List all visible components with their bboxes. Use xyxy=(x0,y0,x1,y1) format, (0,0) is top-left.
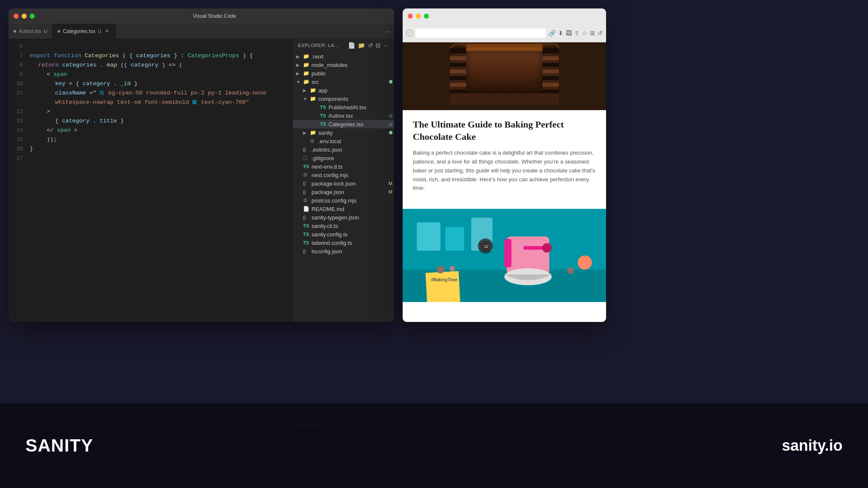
tree-label-package: package.json xyxy=(312,189,389,195)
tab-close-button[interactable]: ✕ xyxy=(104,28,111,35)
tab-categories[interactable]: Categories.tsx U ✕ xyxy=(53,24,116,39)
svg-point-22 xyxy=(578,255,592,269)
browser-titlebar xyxy=(403,8,606,24)
tree-item-nextconfig[interactable]: ▶ ⚙ next.config.mjs xyxy=(293,171,394,179)
svg-text:#BakingTime: #BakingTime xyxy=(431,278,458,283)
refresh-icon[interactable]: ↺ xyxy=(598,30,603,36)
tree-item-tsconfig[interactable]: ▶ {} tsconfig.json xyxy=(293,247,394,255)
svg-rect-23 xyxy=(583,255,586,257)
tree-item-postcss[interactable]: ▶ ⚙ postcss.config.mjs xyxy=(293,196,394,205)
tree-item-sanitycli[interactable]: ▶ TS sanity.cli.ts xyxy=(293,222,394,230)
packagelock-badge-m: M xyxy=(389,181,392,186)
code-line-13: 13 { category . title } xyxy=(8,116,292,126)
browser-window: i http://localhost:3000/posts/the-ultima… xyxy=(403,8,606,322)
file-icon-nextconfig: ⚙ xyxy=(303,172,310,178)
file-icon-eslint: {} xyxy=(303,146,310,153)
new-file-icon[interactable]: 📄 xyxy=(348,42,356,49)
svg-rect-24 xyxy=(417,222,440,251)
code-line-17: 17 xyxy=(8,154,292,163)
blog-post: The Ultimate Guide to Baking Perfect Cho… xyxy=(403,42,606,311)
minimize-button[interactable] xyxy=(22,14,27,19)
file-icon-env: ⚙ xyxy=(310,138,317,144)
folder-icon: 📁 xyxy=(303,53,310,60)
new-folder-icon[interactable]: 📁 xyxy=(358,42,365,49)
tree-item-src[interactable]: ▼ 📁 src xyxy=(293,78,394,86)
tree-item-categories[interactable]: ▶ TS Categories.tsx U xyxy=(293,120,394,128)
close-button[interactable] xyxy=(14,14,19,19)
blog-second-image: #BakingTime xyxy=(403,209,606,302)
tree-item-package[interactable]: ▶ {} package.json M xyxy=(293,188,394,196)
more-actions-icon[interactable]: ··· xyxy=(384,42,389,49)
code-line-11b: whitespace-nowrap text-sm font-semibold … xyxy=(8,98,292,107)
src-badge xyxy=(389,80,392,83)
folder-icon-nm: 📁 xyxy=(303,61,310,68)
tree-item-tailwind[interactable]: ▶ TS tailwind.config.ts xyxy=(293,238,394,247)
tree-item-author[interactable]: ▶ TS Author.tsx U xyxy=(293,111,394,120)
tree-label-categories: Categories.tsx xyxy=(328,121,389,128)
tree-label-sanitycli: sanity.cli.ts xyxy=(312,223,394,229)
tree-item-env[interactable]: ▶ ⚙ .env.local xyxy=(293,137,394,145)
browser-toolbar: 🔗 ⬇ 🖼 ⇧ ☆ ⊞ ↺ xyxy=(548,30,603,36)
tree-item-readme[interactable]: ▶ 📄 README.md xyxy=(293,205,394,213)
puzzle-icon[interactable]: ⊞ xyxy=(590,30,595,36)
blog-title: The Ultimate Guide to Baking Perfect Cho… xyxy=(413,119,596,143)
info-icon: i xyxy=(406,30,413,36)
image-icon[interactable]: 🖼 xyxy=(566,30,572,36)
svg-point-15 xyxy=(542,243,551,252)
maximize-button[interactable] xyxy=(30,14,35,19)
vscode-titlebar: Visual Studio Code xyxy=(8,8,394,24)
tree-item-node-modules[interactable]: ▶ 📁 node_modules xyxy=(293,61,394,69)
tree-item-app[interactable]: ▶ 📁 app xyxy=(293,86,394,94)
collapse-icon[interactable]: ⊟ xyxy=(376,42,381,49)
browser-close-button[interactable] xyxy=(408,14,413,19)
tab-dot-active xyxy=(58,30,60,33)
share-icon[interactable]: ⇧ xyxy=(574,30,579,36)
author-badge-u: U xyxy=(389,113,392,118)
browser-maximize-button[interactable] xyxy=(424,14,429,19)
link-icon[interactable]: 🔗 xyxy=(548,30,556,36)
tab-more[interactable]: ··· xyxy=(381,24,394,39)
tree-item-next[interactable]: ▶ 📁 .next xyxy=(293,52,394,61)
browser-window-controls xyxy=(408,14,429,19)
tree-item-eslint[interactable]: ▶ {} .eslintrc.json xyxy=(293,145,394,154)
svg-point-31 xyxy=(233,416,445,488)
file-icon-gitignore: ⬡ xyxy=(303,155,310,161)
tree-label-eslint: .eslintrc.json xyxy=(312,147,394,153)
tab-author[interactable]: Author.tsx U xyxy=(8,24,53,39)
code-editor[interactable]: 6 7 export function Categories ( { xyxy=(8,39,292,322)
download-icon[interactable]: ⬇ xyxy=(558,30,563,36)
code-line-16: 16 } xyxy=(8,144,292,154)
tree-item-public[interactable]: ▶ 📁 public xyxy=(293,69,394,78)
tree-label-components: components xyxy=(318,96,394,102)
svg-rect-3 xyxy=(450,56,559,60)
tab-dot xyxy=(14,30,16,33)
tree-label-app: app xyxy=(318,87,394,94)
tree-label-sanity: sanity xyxy=(318,130,389,136)
tree-label-nextenv: next-env.d.ts xyxy=(312,164,394,170)
code-line-10: 10 key = { category . _id } xyxy=(8,79,292,89)
tree-item-packagelock[interactable]: ▶ {} package-lock.json M xyxy=(293,179,394,188)
tab-badge-u: U xyxy=(44,29,47,34)
tree-item-gitignore[interactable]: ▶ ⬡ .gitignore xyxy=(293,154,394,162)
file-tree: ▶ 📁 .next ▶ 📁 node_modules ▶ 📁 pu xyxy=(293,52,394,255)
code-lines: 6 7 export function Categories ( { xyxy=(8,39,292,166)
file-icon-sanitycli: TS xyxy=(303,222,310,229)
tree-item-sanitytypegen[interactable]: ▶ {} sanity-typegen.json xyxy=(293,213,394,222)
browser-minimize-button[interactable] xyxy=(416,14,421,19)
svg-point-21 xyxy=(567,267,574,274)
tree-label-publishedat: PublishedAt.tsx xyxy=(328,104,394,111)
folder-icon-comp: 📁 xyxy=(310,95,317,102)
star-icon[interactable]: ☆ xyxy=(582,30,587,36)
refresh-icon[interactable]: ↺ xyxy=(368,42,373,49)
tree-item-components[interactable]: ▼ 📁 components xyxy=(293,94,394,103)
tree-label-gitignore: .gitignore xyxy=(312,155,394,161)
file-icon-tailwind: TS xyxy=(303,239,310,246)
file-icon-sanitytypegen: {} xyxy=(303,214,310,221)
tree-item-nextenv[interactable]: ▶ TS next-env.d.ts xyxy=(293,162,394,171)
file-icon-postcss: ⚙ xyxy=(303,197,310,204)
tree-item-publishedat[interactable]: ▶ TS PublishedAt.tsx xyxy=(293,103,394,111)
browser-content[interactable]: The Ultimate Guide to Baking Perfect Cho… xyxy=(403,42,606,322)
tree-item-sanityconfig[interactable]: ▶ TS sanity.config.ts xyxy=(293,230,394,238)
tree-item-sanity[interactable]: ▶ 📁 sanity xyxy=(293,128,394,137)
url-input[interactable]: http://localhost:3000/posts/the-ultimate… xyxy=(415,28,546,38)
